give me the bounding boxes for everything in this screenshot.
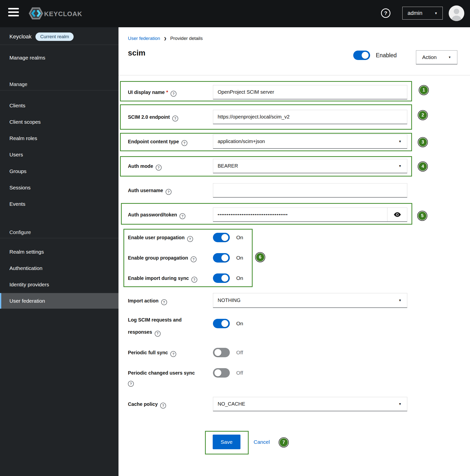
- realm-row[interactable]: Keycloak Current realm: [9, 31, 74, 43]
- field-label-enable-import-during-sync: Enable import during sync?: [128, 275, 205, 283]
- help-icon[interactable]: ?: [191, 256, 197, 262]
- field-label-auth-password-token: Auth password/token?: [128, 211, 205, 219]
- chevron-down-icon: ▼: [434, 11, 438, 15]
- chevron-down-icon: ▼: [398, 298, 402, 302]
- field-label-cache-policy: Cache policy?: [128, 401, 205, 409]
- sidebar-item-realm-settings[interactable]: Realm settings: [0, 248, 118, 256]
- required-asterisk: *: [166, 89, 168, 95]
- sidebar-divider: [0, 90, 118, 90]
- page-title: scim: [128, 49, 146, 58]
- sidebar-divider: [0, 45, 118, 45]
- main-content: User federation ❯ Provider details scim …: [118, 27, 470, 476]
- keycloak-logo-icon: [28, 6, 44, 21]
- annotation-badge-7: 7: [279, 437, 289, 447]
- chevron-down-icon: ▼: [448, 56, 451, 59]
- current-realm-badge: Current realm: [35, 32, 74, 41]
- sidebar-item-events[interactable]: Events: [0, 200, 118, 208]
- help-icon[interactable]: ?: [160, 403, 166, 409]
- enable-import-during-sync-toggle[interactable]: [213, 273, 230, 283]
- chevron-down-icon: ▼: [398, 402, 402, 406]
- help-icon[interactable]: ?: [170, 351, 176, 357]
- user-menu-dropdown[interactable]: admin ▼: [402, 7, 443, 20]
- annotation-badge-6: 6: [255, 252, 265, 262]
- enabled-label: Enabled: [376, 52, 397, 59]
- toggle-status: On: [236, 235, 243, 240]
- enable-user-propagation-toggle[interactable]: [213, 233, 230, 242]
- help-icon[interactable]: ?: [161, 299, 167, 305]
- help-icon[interactable]: ?: [181, 140, 187, 146]
- show-password-button[interactable]: [387, 208, 407, 221]
- user-menu-label: admin: [408, 10, 422, 16]
- toggle-status: Off: [236, 350, 243, 356]
- cache-policy-select[interactable]: NO_CACHE ▼: [213, 397, 407, 411]
- help-icon[interactable]: ?: [187, 236, 193, 242]
- periodic-full-sync-toggle[interactable]: [213, 348, 230, 357]
- field-label-log-scim-requests: Log SCIM requests and responses?: [128, 314, 185, 338]
- sidebar-section-manage: Manage: [0, 80, 118, 88]
- auth-mode-select[interactable]: BEARER ▼: [213, 159, 407, 173]
- cancel-button[interactable]: Cancel: [254, 439, 270, 445]
- log-scim-requests-toggle[interactable]: [213, 319, 230, 328]
- field-label-auth-username: Auth username?: [128, 187, 205, 195]
- sidebar-item-sessions[interactable]: Sessions: [0, 183, 118, 192]
- sidebar-item-users[interactable]: Users: [0, 150, 118, 159]
- field-label-auth-mode: Auth mode?: [128, 163, 205, 171]
- sidebar-item-client-scopes[interactable]: Client scopes: [0, 118, 118, 126]
- auth-password-token-input[interactable]: ••••••••••••••••••••••••••••••••••••••: [213, 208, 407, 222]
- field-label-import-action: Import action?: [128, 297, 205, 305]
- hamburger-menu-icon[interactable]: [8, 8, 20, 19]
- field-label-ui-display-name: UI display name*?: [128, 89, 205, 97]
- help-icon[interactable]: ?: [381, 8, 390, 18]
- toggle-status: Off: [236, 370, 243, 376]
- sidebar-divider: [0, 238, 118, 238]
- scim-endpoint-input[interactable]: https://openproject.local/scim_v2: [213, 110, 407, 124]
- eye-icon: [394, 212, 401, 217]
- periodic-changed-users-sync-toggle[interactable]: [213, 368, 230, 378]
- top-bar: KEYCLOAK ? admin ▼: [0, 0, 470, 27]
- annotation-badge-3: 3: [418, 137, 428, 147]
- endpoint-content-type-select[interactable]: application/scim+json ▼: [213, 134, 407, 149]
- sidebar-item-groups[interactable]: Groups: [0, 167, 118, 176]
- sidebar-section-configure: Configure: [0, 228, 118, 236]
- chevron-right-icon: ❯: [164, 37, 167, 40]
- enable-group-propagation-toggle[interactable]: [213, 253, 230, 263]
- field-label-enable-user-propagation: Enable user propagation?: [128, 234, 205, 242]
- sidebar-item-clients[interactable]: Clients: [0, 101, 118, 110]
- avatar[interactable]: [449, 5, 464, 21]
- sidebar-item-authentication[interactable]: Authentication: [0, 264, 118, 272]
- toggle-status: On: [236, 255, 243, 261]
- help-icon[interactable]: ?: [171, 91, 176, 97]
- sidebar-item-user-federation[interactable]: User federation: [0, 293, 118, 309]
- keycloak-logo: KEYCLOAK: [28, 6, 82, 21]
- field-label-enable-group-propagation: Enable group propagation?: [128, 254, 205, 262]
- chevron-down-icon: ▼: [398, 140, 402, 143]
- annotation-badge-5: 5: [417, 211, 427, 221]
- annotation-badge-4: 4: [418, 161, 428, 172]
- ui-display-name-input[interactable]: OpenProject SCIM server: [213, 85, 407, 99]
- action-label: Action: [422, 54, 437, 60]
- help-icon[interactable]: ?: [179, 213, 185, 219]
- save-button[interactable]: Save: [213, 435, 240, 449]
- help-icon[interactable]: ?: [128, 381, 134, 387]
- sidebar-item-realm-roles[interactable]: Realm roles: [0, 134, 118, 143]
- annotation-badge-2: 2: [418, 110, 428, 120]
- field-label-periodic-full-sync: Periodic full sync?: [128, 349, 205, 357]
- import-action-select[interactable]: NOTHING ▼: [213, 293, 407, 308]
- help-icon[interactable]: ?: [156, 165, 162, 171]
- help-icon[interactable]: ?: [166, 189, 172, 195]
- divider: [118, 75, 470, 75]
- sidebar: Keycloak Current realm Manage realms Man…: [0, 27, 118, 476]
- action-dropdown[interactable]: Action ▼: [416, 50, 457, 64]
- enabled-toggle[interactable]: [353, 51, 370, 60]
- help-icon[interactable]: ?: [172, 116, 178, 121]
- help-icon[interactable]: ?: [155, 331, 161, 337]
- breadcrumb-link-user-federation[interactable]: User federation: [128, 36, 160, 41]
- field-label-scim-endpoint: SCIM 2.0 endpoint?: [128, 114, 205, 121]
- sidebar-item-identity-providers[interactable]: Identity providers: [0, 280, 118, 289]
- field-label-endpoint-content-type: Endpoint content type?: [128, 138, 205, 146]
- annotation-badge-1: 1: [419, 85, 429, 95]
- auth-username-input[interactable]: [213, 183, 407, 198]
- breadcrumb-current: Provider details: [170, 36, 203, 41]
- help-icon[interactable]: ?: [191, 277, 197, 283]
- sidebar-item-manage-realms[interactable]: Manage realms: [0, 54, 118, 62]
